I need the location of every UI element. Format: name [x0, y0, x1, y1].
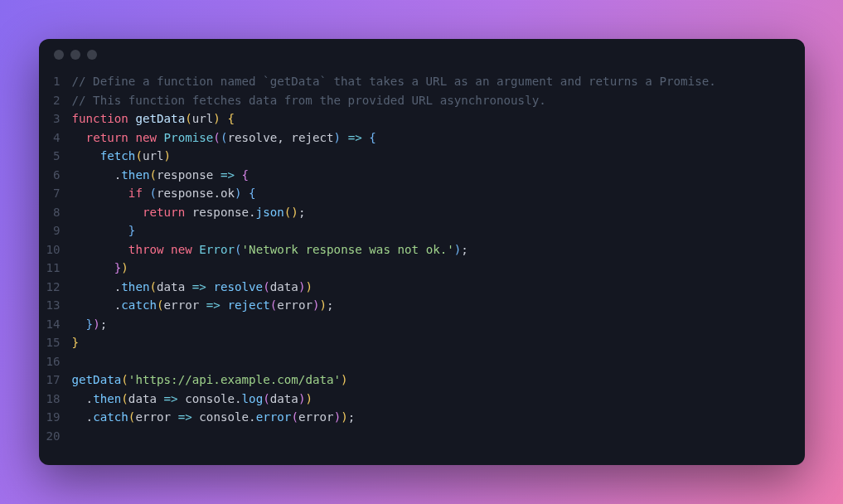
line-number: 14	[46, 315, 72, 334]
code-line[interactable]: 16	[46, 352, 788, 371]
token-paren3: )	[334, 131, 342, 144]
code-content[interactable]: }	[72, 333, 80, 352]
code-content[interactable]: });	[72, 315, 108, 334]
code-content[interactable]: .then(data => console.log(data))	[72, 390, 313, 409]
token-ident: data	[270, 392, 298, 405]
code-content[interactable]: return new Promise((resolve, reject) => …	[72, 128, 376, 148]
token-punct: .	[114, 168, 122, 182]
code-line[interactable]: 5 fetch(url)	[46, 147, 788, 166]
token-func: log	[242, 392, 264, 405]
line-number: 13	[46, 296, 72, 315]
token-op: =>	[220, 168, 235, 182]
code-line[interactable]: 3function getData(url) {	[46, 109, 788, 128]
code-line[interactable]: 20	[46, 427, 788, 446]
code-content[interactable]: .catch(error => reject(error));	[72, 296, 334, 315]
token-string: 'https://api.example.com/data'	[128, 373, 341, 386]
token-plain	[72, 243, 128, 256]
token-paren3: )	[235, 187, 242, 200]
code-content[interactable]: .catch(error => console.error(error));	[72, 408, 356, 427]
code-line[interactable]: 13 .catch(error => reject(error));	[46, 296, 788, 315]
token-keyword: return	[143, 206, 185, 219]
token-plain	[192, 243, 200, 256]
code-line[interactable]: 15}	[46, 333, 788, 352]
token-paren: )	[291, 206, 298, 219]
token-paren: (	[121, 392, 128, 405]
code-line[interactable]: 12 .then(data => resolve(data))	[46, 278, 788, 297]
line-number: 18	[46, 390, 72, 409]
code-editor[interactable]: 1// Define a function named `getData` th…	[39, 70, 805, 465]
code-line[interactable]: 7 if (response.ok) {	[46, 184, 788, 203]
token-plain	[72, 206, 143, 219]
code-line[interactable]: 11 })	[46, 259, 788, 278]
token-paren: )	[305, 280, 312, 293]
token-punct: .	[213, 187, 220, 200]
code-content[interactable]: if (response.ok) {	[72, 184, 256, 203]
token-ident: response	[192, 206, 249, 219]
token-paren3: {	[249, 187, 256, 200]
code-line[interactable]: 6 .then(response => {	[46, 166, 788, 185]
code-line[interactable]: 17getData('https://api.example.com/data'…	[46, 371, 788, 390]
token-paren2: }	[114, 261, 122, 274]
code-content[interactable]: return response.json();	[72, 203, 306, 222]
line-number: 3	[46, 109, 72, 128]
token-paren: (	[185, 112, 192, 125]
code-line[interactable]: 2// This function fetches data from the …	[46, 91, 788, 110]
code-content[interactable]: fetch(url)	[72, 147, 172, 166]
token-paren: )	[341, 410, 348, 424]
token-punct: .	[235, 392, 242, 405]
traffic-light-close-icon[interactable]	[54, 50, 64, 60]
token-ident: response	[157, 168, 213, 182]
code-content[interactable]: // Define a function named `getData` tha…	[72, 72, 716, 91]
token-plain	[199, 298, 206, 312]
traffic-light-zoom-icon[interactable]	[87, 50, 97, 60]
code-line[interactable]: 4 return new Promise((resolve, reject) =…	[46, 128, 788, 148]
code-line[interactable]: 10 throw new Error('Network response was…	[46, 240, 788, 259]
token-paren3: }	[128, 224, 136, 237]
code-content[interactable]: throw new Error('Network response was no…	[72, 240, 468, 259]
token-plain	[72, 280, 114, 293]
code-line[interactable]: 14 });	[46, 315, 788, 334]
code-line[interactable]: 19 .catch(error => console.error(error))…	[46, 408, 788, 427]
token-ident: url	[143, 149, 164, 162]
code-line[interactable]: 1// Define a function named `getData` th…	[46, 72, 788, 91]
code-content[interactable]: getData('https://api.example.com/data')	[72, 371, 348, 390]
token-func: catch	[93, 410, 128, 424]
code-line[interactable]: 9 }	[46, 221, 788, 240]
token-func: then	[121, 280, 149, 293]
token-plain	[157, 392, 164, 405]
code-line[interactable]: 18 .then(data => console.log(data))	[46, 390, 788, 409]
token-paren2: {	[242, 168, 250, 182]
token-paren: )	[305, 392, 312, 405]
line-number: 15	[46, 333, 72, 352]
token-plain	[72, 261, 114, 274]
token-op: =>	[178, 410, 192, 424]
token-paren: )	[213, 112, 220, 125]
token-punct: ;	[327, 298, 334, 312]
line-number: 7	[46, 184, 72, 203]
token-ident: response	[157, 187, 213, 200]
code-content[interactable]: }	[72, 221, 136, 240]
code-content[interactable]: function getData(url) {	[72, 109, 235, 128]
line-number: 17	[46, 371, 72, 390]
token-comment: // This function fetches data from the p…	[72, 94, 546, 107]
code-content[interactable]: .then(data => resolve(data))	[72, 278, 312, 297]
code-content[interactable]: // This function fetches data from the p…	[72, 91, 546, 110]
token-punct: .	[249, 410, 256, 424]
token-paren: (	[149, 168, 157, 182]
code-content[interactable]: })	[72, 259, 128, 278]
token-plain	[164, 243, 172, 256]
token-punct: ;	[100, 317, 108, 331]
token-paren2: (	[263, 392, 270, 405]
token-paren2: )	[334, 410, 342, 424]
token-func: then	[121, 168, 149, 182]
code-line[interactable]: 8 return response.json();	[46, 203, 788, 222]
token-keyword: new	[171, 243, 192, 256]
token-func: json	[256, 206, 284, 219]
code-content[interactable]: .then(response => {	[72, 166, 250, 185]
token-func: then	[93, 392, 121, 405]
token-paren: )	[121, 261, 128, 274]
token-ident: error	[164, 298, 200, 312]
traffic-light-minimize-icon[interactable]	[70, 50, 80, 60]
token-plain	[185, 280, 192, 293]
token-paren3: (	[235, 243, 242, 256]
